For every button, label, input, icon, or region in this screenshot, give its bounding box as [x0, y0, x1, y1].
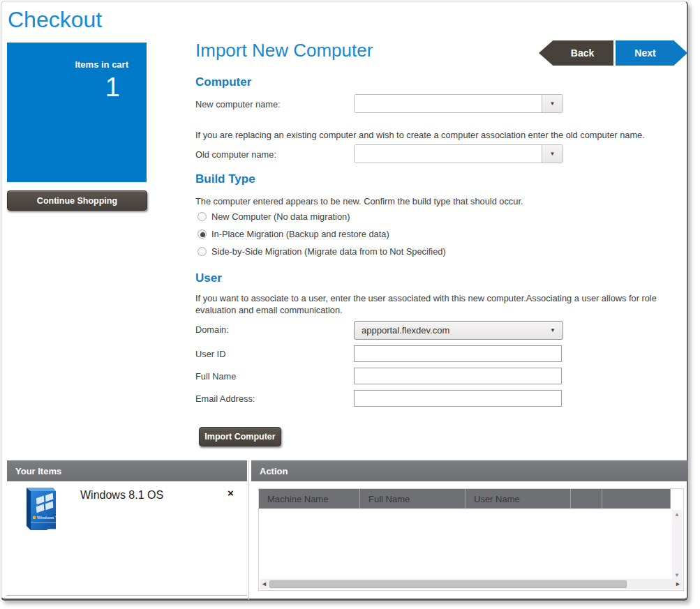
user-id-field[interactable] — [354, 345, 562, 362]
column-machine-name[interactable]: Machine Name — [259, 489, 360, 509]
back-button[interactable]: Back — [539, 40, 613, 66]
radio-unselected-icon[interactable] — [198, 212, 207, 221]
scroll-left-icon[interactable]: ◄ — [261, 580, 267, 587]
radio-option-label: Side-by-Side Migration (Migrate data fro… — [211, 246, 446, 257]
radio-option-in-place-migration[interactable]: In-Place Migration (Backup and restore d… — [198, 229, 389, 239]
user-note: If you want to associate to a user, ente… — [195, 292, 689, 316]
cart-summary-box: Items in cart 1 — [7, 43, 147, 182]
horizontal-scrollbar[interactable]: ◄ ► — [260, 579, 683, 589]
scroll-right-icon[interactable]: ► — [675, 580, 681, 587]
cart-count: 1 — [7, 73, 147, 103]
new-computer-name-label: New computer name: — [195, 99, 281, 110]
radio-option-label: New Computer (No data migration) — [211, 211, 350, 222]
full-name-field[interactable] — [354, 368, 562, 384]
next-button[interactable]: Next — [616, 40, 687, 66]
vertical-scrollbar[interactable]: ▲ ▼ — [672, 510, 682, 580]
new-computer-name-combobox: ▼ — [354, 94, 563, 113]
chevron-down-icon: ▼ — [550, 100, 556, 107]
user-id-label: User ID — [195, 349, 225, 359]
column-blank-2[interactable] — [602, 489, 671, 509]
panel-divider — [248, 460, 249, 600]
email-address-field[interactable] — [354, 390, 562, 407]
page-title: Checkout — [8, 7, 102, 33]
domain-select[interactable]: appportal.flexdev.com ▼ — [354, 321, 563, 340]
build-type-note: The computer entered appears to be new. … — [195, 195, 689, 207]
radio-unselected-icon[interactable] — [198, 247, 207, 256]
cart-item-row: Windows 7 Windows 8.1 OS × — [7, 481, 247, 595]
scrollbar-thumb[interactable] — [269, 580, 627, 588]
import-computer-button[interactable]: Import Computer — [199, 427, 281, 446]
old-computer-name-dropdown-button[interactable]: ▼ — [542, 145, 563, 163]
build-type-section-heading: Build Type — [195, 172, 255, 186]
association-note: If you are replacing an existing compute… — [195, 129, 689, 141]
radio-option-new-computer[interactable]: New Computer (No data migration) — [198, 211, 350, 222]
windows-box-art: Windows 7 — [21, 486, 59, 533]
wizard-title: Import New Computer — [195, 40, 373, 61]
old-computer-name-label: Old computer name: — [195, 149, 276, 160]
chevron-down-icon: ▼ — [550, 327, 556, 333]
radio-selected-icon[interactable] — [198, 230, 207, 239]
checkout-page: Checkout Items in cart 1 Continue Shoppi… — [1, 1, 688, 601]
continue-shopping-button[interactable]: Continue Shopping — [7, 190, 147, 211]
domain-selected-value: appportal.flexdev.com — [362, 325, 449, 336]
radio-option-side-by-side-migration[interactable]: Side-by-Side Migration (Migrate data fro… — [198, 246, 446, 257]
new-computer-name-input[interactable] — [355, 95, 542, 112]
column-blank-1[interactable] — [571, 489, 602, 509]
column-full-name[interactable]: Full Name — [360, 489, 466, 509]
computer-section-heading: Computer — [195, 75, 251, 89]
your-items-header: Your Items — [7, 460, 247, 481]
user-section-heading: User — [195, 271, 222, 285]
full-name-label: Full Name — [195, 371, 236, 382]
scroll-down-icon[interactable]: ▼ — [674, 572, 680, 578]
cart-item-name: Windows 8.1 OS — [80, 489, 163, 502]
radio-option-label: In-Place Migration (Backup and restore d… — [211, 229, 389, 239]
old-computer-name-input[interactable] — [355, 145, 542, 163]
column-user-name[interactable]: User Name — [466, 489, 571, 509]
action-table-header: Machine Name Full Name User Name — [259, 489, 671, 509]
chevron-down-icon: ▼ — [550, 151, 556, 157]
svg-text:Windows 7: Windows 7 — [37, 516, 58, 520]
scroll-up-icon[interactable]: ▲ — [674, 511, 680, 518]
action-table: Machine Name Full Name User Name ▲ ▼ ◄ ► — [258, 488, 684, 591]
old-computer-name-combobox: ▼ — [354, 144, 563, 163]
domain-label: Domain: — [195, 324, 229, 335]
remove-item-icon[interactable]: × — [228, 488, 234, 498]
items-panel-divider-line — [7, 595, 247, 596]
action-header: Action — [251, 460, 688, 481]
cart-items-label: Items in cart — [7, 59, 147, 70]
email-address-label: Email Address: — [195, 393, 255, 404]
new-computer-name-dropdown-button[interactable]: ▼ — [542, 95, 563, 112]
